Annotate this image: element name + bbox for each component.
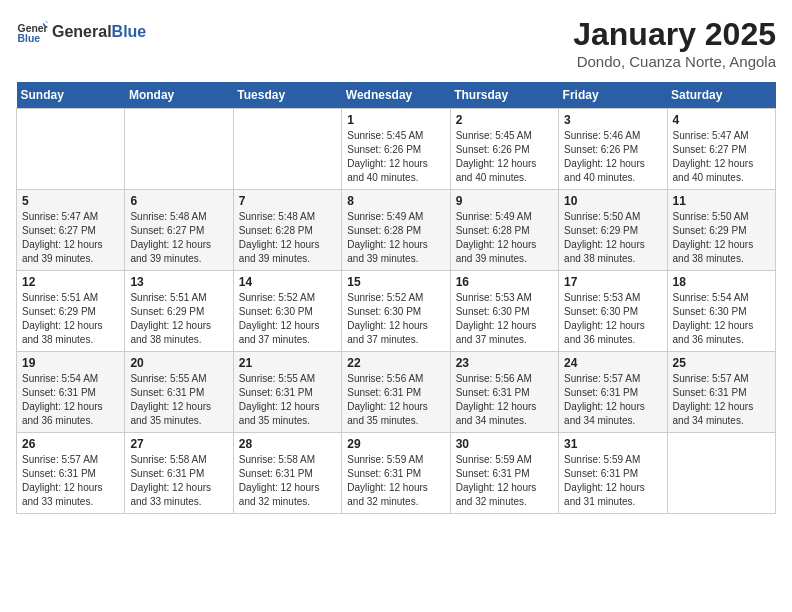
day-number: 13 (130, 275, 227, 289)
day-info: Sunrise: 5:54 AM Sunset: 6:31 PM Dayligh… (22, 372, 119, 428)
day-number: 24 (564, 356, 661, 370)
calendar-cell: 11Sunrise: 5:50 AM Sunset: 6:29 PM Dayli… (667, 190, 775, 271)
calendar-cell: 16Sunrise: 5:53 AM Sunset: 6:30 PM Dayli… (450, 271, 558, 352)
day-info: Sunrise: 5:47 AM Sunset: 6:27 PM Dayligh… (673, 129, 770, 185)
calendar-cell: 1Sunrise: 5:45 AM Sunset: 6:26 PM Daylig… (342, 109, 450, 190)
calendar-cell: 2Sunrise: 5:45 AM Sunset: 6:26 PM Daylig… (450, 109, 558, 190)
calendar-cell: 31Sunrise: 5:59 AM Sunset: 6:31 PM Dayli… (559, 433, 667, 514)
calendar-cell: 10Sunrise: 5:50 AM Sunset: 6:29 PM Dayli… (559, 190, 667, 271)
day-number: 28 (239, 437, 336, 451)
day-number: 16 (456, 275, 553, 289)
day-info: Sunrise: 5:51 AM Sunset: 6:29 PM Dayligh… (130, 291, 227, 347)
calendar-cell: 25Sunrise: 5:57 AM Sunset: 6:31 PM Dayli… (667, 352, 775, 433)
day-info: Sunrise: 5:58 AM Sunset: 6:31 PM Dayligh… (239, 453, 336, 509)
calendar-cell: 17Sunrise: 5:53 AM Sunset: 6:30 PM Dayli… (559, 271, 667, 352)
day-number: 3 (564, 113, 661, 127)
header: General Blue General Blue January 2025 D… (16, 16, 776, 70)
day-number: 20 (130, 356, 227, 370)
day-info: Sunrise: 5:57 AM Sunset: 6:31 PM Dayligh… (564, 372, 661, 428)
day-number: 1 (347, 113, 444, 127)
day-info: Sunrise: 5:46 AM Sunset: 6:26 PM Dayligh… (564, 129, 661, 185)
calendar-cell (17, 109, 125, 190)
day-number: 21 (239, 356, 336, 370)
weekday-header-wednesday: Wednesday (342, 82, 450, 109)
day-number: 12 (22, 275, 119, 289)
day-info: Sunrise: 5:58 AM Sunset: 6:31 PM Dayligh… (130, 453, 227, 509)
day-number: 10 (564, 194, 661, 208)
logo: General Blue General Blue (16, 16, 146, 48)
calendar-week-5: 26Sunrise: 5:57 AM Sunset: 6:31 PM Dayli… (17, 433, 776, 514)
day-info: Sunrise: 5:53 AM Sunset: 6:30 PM Dayligh… (456, 291, 553, 347)
day-info: Sunrise: 5:45 AM Sunset: 6:26 PM Dayligh… (456, 129, 553, 185)
day-number: 25 (673, 356, 770, 370)
day-info: Sunrise: 5:59 AM Sunset: 6:31 PM Dayligh… (456, 453, 553, 509)
calendar-cell: 18Sunrise: 5:54 AM Sunset: 6:30 PM Dayli… (667, 271, 775, 352)
day-info: Sunrise: 5:54 AM Sunset: 6:30 PM Dayligh… (673, 291, 770, 347)
day-number: 31 (564, 437, 661, 451)
day-info: Sunrise: 5:47 AM Sunset: 6:27 PM Dayligh… (22, 210, 119, 266)
calendar-cell: 7Sunrise: 5:48 AM Sunset: 6:28 PM Daylig… (233, 190, 341, 271)
day-info: Sunrise: 5:57 AM Sunset: 6:31 PM Dayligh… (22, 453, 119, 509)
calendar-cell: 5Sunrise: 5:47 AM Sunset: 6:27 PM Daylig… (17, 190, 125, 271)
logo-general-text: General (52, 23, 112, 41)
day-info: Sunrise: 5:45 AM Sunset: 6:26 PM Dayligh… (347, 129, 444, 185)
day-number: 5 (22, 194, 119, 208)
calendar-cell: 14Sunrise: 5:52 AM Sunset: 6:30 PM Dayli… (233, 271, 341, 352)
month-title: January 2025 (573, 16, 776, 53)
calendar-cell (125, 109, 233, 190)
location-subtitle: Dondo, Cuanza Norte, Angola (573, 53, 776, 70)
day-number: 8 (347, 194, 444, 208)
calendar-cell: 9Sunrise: 5:49 AM Sunset: 6:28 PM Daylig… (450, 190, 558, 271)
calendar-cell: 21Sunrise: 5:55 AM Sunset: 6:31 PM Dayli… (233, 352, 341, 433)
day-number: 17 (564, 275, 661, 289)
day-info: Sunrise: 5:48 AM Sunset: 6:27 PM Dayligh… (130, 210, 227, 266)
weekday-header-sunday: Sunday (17, 82, 125, 109)
title-area: January 2025 Dondo, Cuanza Norte, Angola (573, 16, 776, 70)
calendar-cell: 12Sunrise: 5:51 AM Sunset: 6:29 PM Dayli… (17, 271, 125, 352)
day-number: 30 (456, 437, 553, 451)
calendar-cell: 6Sunrise: 5:48 AM Sunset: 6:27 PM Daylig… (125, 190, 233, 271)
day-info: Sunrise: 5:59 AM Sunset: 6:31 PM Dayligh… (347, 453, 444, 509)
calendar-cell: 8Sunrise: 5:49 AM Sunset: 6:28 PM Daylig… (342, 190, 450, 271)
day-info: Sunrise: 5:50 AM Sunset: 6:29 PM Dayligh… (673, 210, 770, 266)
day-number: 6 (130, 194, 227, 208)
calendar-cell: 13Sunrise: 5:51 AM Sunset: 6:29 PM Dayli… (125, 271, 233, 352)
calendar-cell: 27Sunrise: 5:58 AM Sunset: 6:31 PM Dayli… (125, 433, 233, 514)
day-info: Sunrise: 5:55 AM Sunset: 6:31 PM Dayligh… (239, 372, 336, 428)
weekday-header-monday: Monday (125, 82, 233, 109)
day-number: 7 (239, 194, 336, 208)
weekday-header-friday: Friday (559, 82, 667, 109)
day-info: Sunrise: 5:51 AM Sunset: 6:29 PM Dayligh… (22, 291, 119, 347)
weekday-header-thursday: Thursday (450, 82, 558, 109)
calendar-week-1: 1Sunrise: 5:45 AM Sunset: 6:26 PM Daylig… (17, 109, 776, 190)
day-number: 18 (673, 275, 770, 289)
calendar-cell: 3Sunrise: 5:46 AM Sunset: 6:26 PM Daylig… (559, 109, 667, 190)
calendar-cell (233, 109, 341, 190)
weekday-header-tuesday: Tuesday (233, 82, 341, 109)
day-info: Sunrise: 5:53 AM Sunset: 6:30 PM Dayligh… (564, 291, 661, 347)
calendar-cell: 22Sunrise: 5:56 AM Sunset: 6:31 PM Dayli… (342, 352, 450, 433)
calendar-cell: 28Sunrise: 5:58 AM Sunset: 6:31 PM Dayli… (233, 433, 341, 514)
calendar-table: SundayMondayTuesdayWednesdayThursdayFrid… (16, 82, 776, 514)
calendar-cell: 15Sunrise: 5:52 AM Sunset: 6:30 PM Dayli… (342, 271, 450, 352)
day-number: 11 (673, 194, 770, 208)
day-info: Sunrise: 5:57 AM Sunset: 6:31 PM Dayligh… (673, 372, 770, 428)
day-info: Sunrise: 5:52 AM Sunset: 6:30 PM Dayligh… (347, 291, 444, 347)
day-info: Sunrise: 5:48 AM Sunset: 6:28 PM Dayligh… (239, 210, 336, 266)
day-number: 19 (22, 356, 119, 370)
day-number: 14 (239, 275, 336, 289)
day-number: 23 (456, 356, 553, 370)
calendar-cell: 26Sunrise: 5:57 AM Sunset: 6:31 PM Dayli… (17, 433, 125, 514)
day-info: Sunrise: 5:55 AM Sunset: 6:31 PM Dayligh… (130, 372, 227, 428)
day-number: 27 (130, 437, 227, 451)
day-info: Sunrise: 5:59 AM Sunset: 6:31 PM Dayligh… (564, 453, 661, 509)
logo-blue-text: Blue (112, 23, 147, 41)
day-number: 9 (456, 194, 553, 208)
calendar-cell: 29Sunrise: 5:59 AM Sunset: 6:31 PM Dayli… (342, 433, 450, 514)
logo-icon: General Blue (16, 16, 48, 48)
calendar-cell: 20Sunrise: 5:55 AM Sunset: 6:31 PM Dayli… (125, 352, 233, 433)
calendar-cell: 30Sunrise: 5:59 AM Sunset: 6:31 PM Dayli… (450, 433, 558, 514)
day-number: 2 (456, 113, 553, 127)
day-info: Sunrise: 5:50 AM Sunset: 6:29 PM Dayligh… (564, 210, 661, 266)
day-info: Sunrise: 5:56 AM Sunset: 6:31 PM Dayligh… (347, 372, 444, 428)
